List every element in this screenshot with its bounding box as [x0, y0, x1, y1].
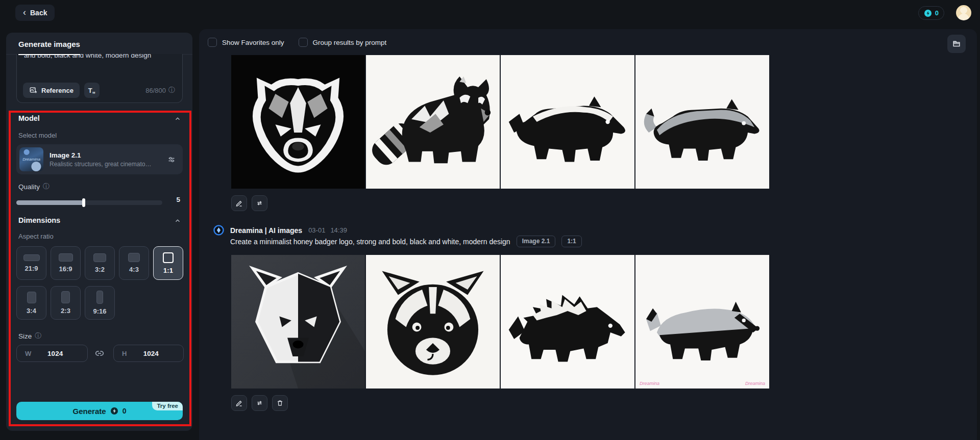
results-panel: Show Favorites only Group results by pro… [199, 29, 977, 440]
generated-image-geometric-badger[interactable] [366, 55, 500, 189]
show-favorites-filter[interactable]: Show Favorites only [208, 38, 284, 47]
edit-button[interactable] [231, 195, 247, 211]
delete-button[interactable] [272, 395, 288, 411]
link-dimensions-icon[interactable] [94, 348, 105, 359]
group-results-filter[interactable]: Group results by prompt [299, 38, 387, 47]
aspect-ratio-2-3[interactable]: 2:3 [51, 286, 81, 320]
select-model-label: Select model [18, 132, 57, 139]
aspect-ratio-21-9[interactable]: 21:9 [16, 246, 46, 280]
generated-image-walking-badger-white-stripe[interactable] [501, 55, 634, 189]
back-button[interactable]: ‹ Back [15, 5, 55, 21]
generation-time: 14:39 [330, 226, 347, 234]
character-counter: 86/800 ⓘ [145, 86, 175, 95]
quality-slider[interactable] [16, 200, 162, 205]
width-input[interactable]: W 1024 [16, 345, 88, 362]
generation-prompt: Create a minimalist honey badger logo, s… [230, 238, 510, 246]
generation-meta: Dreamina | AI images 03-01 14:39 [213, 225, 347, 236]
show-favorites-checkbox[interactable] [208, 38, 217, 47]
aspect-ratio-grid: 21:9 16:9 3:2 4:3 1:1 3:4 2:3 9:16 [16, 246, 185, 320]
prompt-toolbar: Reference T„ 86/800 ⓘ [23, 83, 175, 98]
model-name: Image 2.1 [50, 151, 163, 159]
generation-date: 03-01 [308, 226, 325, 234]
generate-label: Generate [73, 407, 106, 416]
back-chevron-icon: ‹ [23, 8, 26, 17]
ratio-shape-icon [59, 253, 73, 262]
model-section-header: Model [18, 114, 40, 122]
size-label: Size [18, 332, 32, 340]
group-results-checkbox[interactable] [299, 38, 308, 47]
model-description: Realistic structures, great cinematog… [50, 161, 152, 168]
generation-app-name: Dreamina | AI images [230, 226, 302, 235]
aspect-ratio-3-2[interactable]: 3:2 [85, 246, 115, 280]
folder-icon [952, 39, 961, 48]
ratio-tag[interactable]: 1:1 [561, 236, 581, 247]
repeat-icon [256, 399, 263, 407]
asset-panel-button[interactable] [947, 35, 966, 53]
model-settings-icon[interactable] [167, 156, 176, 164]
quality-slider-fill [16, 200, 84, 205]
aspect-ratio-label: Aspect ratio [18, 232, 54, 240]
aspect-ratio-1-1-selected[interactable]: 1:1 [153, 246, 183, 280]
regenerate-button[interactable] [252, 395, 267, 411]
credits-pill[interactable]: 0 [918, 6, 944, 20]
user-avatar[interactable] [956, 5, 971, 20]
height-input[interactable]: H 1024 [113, 345, 184, 362]
width-input-value: 1024 [31, 350, 79, 357]
ratio-shape-icon [96, 291, 103, 304]
quality-value: 5 [176, 196, 180, 203]
generate-panel: Generate images and bold, black and whit… [6, 33, 192, 431]
size-label-row: Size ⓘ [18, 331, 41, 341]
repeat-icon [256, 199, 263, 207]
edit-button[interactable] [231, 395, 247, 411]
generated-image-walking-badger-gray-back[interactable] [635, 55, 769, 189]
aspect-ratio-4-3[interactable]: 4:3 [119, 246, 149, 280]
info-icon: ⓘ [35, 331, 41, 341]
height-input-value: 1024 [127, 350, 175, 357]
aspect-ratio-9-16[interactable]: 9:16 [85, 286, 115, 320]
aspect-ratio-16-9[interactable]: 16:9 [51, 246, 81, 280]
credit-coin-icon [110, 407, 118, 415]
generated-image-spiky-badger-profile[interactable] [501, 255, 634, 389]
height-input-label: H [122, 350, 127, 357]
generation-row-previous [231, 55, 769, 189]
generate-cost: 0 [122, 407, 127, 415]
try-free-badge: Try free [152, 402, 183, 410]
generated-image-round-badger-face[interactable] [366, 255, 500, 389]
ratio-shape-icon [128, 253, 140, 262]
text-style-button[interactable]: T„ [84, 83, 100, 98]
show-favorites-label: Show Favorites only [222, 39, 284, 46]
dimensions-collapse-chevron-icon[interactable] [174, 217, 181, 224]
regenerate-button[interactable] [252, 195, 267, 211]
generated-image-gray-back-badger[interactable]: Dreamina Dreamina [635, 255, 769, 389]
generation-row-current: Dreamina Dreamina [231, 255, 769, 389]
reference-button[interactable]: Reference [23, 83, 80, 98]
dimensions-section-header: Dimensions [18, 216, 60, 224]
model-tag[interactable]: Image 2.1 [517, 236, 556, 247]
width-input-label: W [25, 350, 31, 357]
credit-coin-icon [924, 9, 932, 17]
generated-image-split-head-gray[interactable] [231, 255, 365, 389]
quality-slider-thumb[interactable] [82, 198, 85, 207]
pencil-icon [235, 199, 243, 207]
image-plus-icon [29, 86, 37, 94]
watermark: Dreamina [640, 381, 659, 386]
quality-label-row: Quality ⓘ [18, 182, 50, 191]
reference-label: Reference [41, 87, 74, 94]
generation-prompt-row: Create a minimalist honey badger logo, s… [230, 236, 582, 247]
generated-image-badger-head-mascot[interactable] [231, 55, 365, 189]
ratio-shape-icon [163, 252, 174, 263]
info-icon: ⓘ [168, 86, 175, 95]
ratio-shape-icon [23, 254, 40, 261]
generate-button[interactable]: Generate 0 Try free [16, 402, 183, 420]
prompt-textarea[interactable]: and bold, black and white, modern design… [16, 54, 183, 103]
current-generation-actions [231, 395, 288, 411]
model-collapse-chevron-icon[interactable] [174, 115, 181, 122]
quality-label: Quality [18, 183, 40, 191]
aspect-ratio-3-4[interactable]: 3:4 [16, 286, 46, 320]
back-label: Back [30, 9, 47, 17]
model-card[interactable]: Dreamina Image 2.1 Realistic structures,… [16, 144, 183, 174]
filter-bar: Show Favorites only Group results by pro… [208, 38, 401, 47]
group-results-label: Group results by prompt [313, 39, 387, 46]
model-thumbnail: Dreamina [19, 147, 43, 171]
ratio-shape-icon [93, 253, 106, 262]
